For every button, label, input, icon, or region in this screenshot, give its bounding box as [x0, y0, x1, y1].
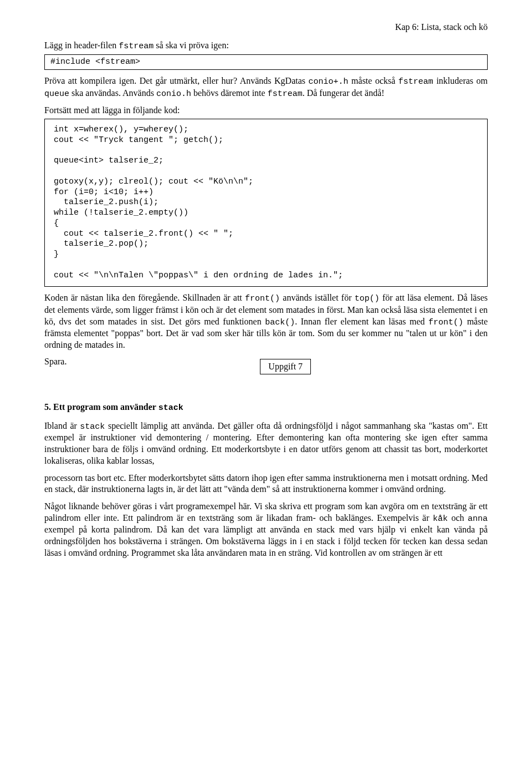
- p4-t4: . Innan fler element kan läsas med: [295, 317, 428, 326]
- para-palindrome: Något liknande behöver göras i vårt prog…: [44, 501, 488, 559]
- code-box-queue: int x=wherex(), y=wherey(); cout << "Try…: [44, 119, 488, 287]
- p4-c2: top(): [355, 294, 380, 303]
- code-box-include: #include <fstream>: [44, 54, 488, 70]
- chapter-header: Kap 6: Lista, stack och kö: [44, 22, 488, 32]
- p2-t4: ska användas. Används: [69, 88, 156, 98]
- p4-c3: back(): [265, 318, 295, 327]
- p4-t2: används istället för: [280, 293, 355, 302]
- p7-t1: Något liknande behöver göras i vårt prog…: [44, 501, 488, 523]
- para-continue: Fortsätt med att lägga in följande kod:: [44, 105, 488, 116]
- p4-c1: front(): [245, 294, 280, 303]
- p4-c4: front(): [428, 318, 463, 327]
- para-explanation: Koden är nästan lika den föregående. Ski…: [44, 292, 488, 351]
- p2-t1: Pröva att kompilera igen. Det går utmärk…: [44, 76, 309, 85]
- p2-t6: . Då fungerar det ändå!: [303, 88, 385, 98]
- p4-t1: Koden är nästan lika den föregående. Ski…: [44, 293, 245, 302]
- p7-t3: exempel på korta palindrom. Då kan det v…: [44, 525, 488, 557]
- p2-c2: fstream: [398, 77, 433, 87]
- p2-c1: conio+.h: [309, 77, 349, 87]
- intro-text-1: Lägg in header-filen: [44, 40, 119, 50]
- para-processor: processorn tas bort etc. Efter moderkort…: [44, 473, 488, 496]
- p2-c3: queue: [44, 89, 69, 99]
- section-5-heading: 5. Ett program som använder stack: [44, 402, 488, 413]
- intro-code-fstream: fstream: [119, 42, 154, 51]
- p2-t3: inkluderas om: [433, 76, 488, 85]
- p2-c4: conio.h: [156, 89, 191, 99]
- task-box: Uppgift 7: [260, 359, 311, 374]
- p2-t2: måste också: [349, 76, 398, 85]
- section-5-num: 5. Ett program som använder: [44, 402, 158, 412]
- para-compile: Pröva att kompilera igen. Det går utmärk…: [44, 75, 488, 99]
- p2-t5: behövs däremot inte: [191, 88, 268, 98]
- spara-label: Spara.: [44, 357, 66, 367]
- p5-t1: Ibland är: [44, 421, 80, 430]
- p5-t2: speciellt lämplig att använda. Det gälle…: [44, 421, 488, 465]
- section-5-code: stack: [158, 403, 183, 413]
- intro-text-2: så ska vi pröva igen:: [154, 40, 229, 50]
- para-stack-intro: Ibland är stack speciellt lämplig att an…: [44, 420, 488, 467]
- p7-t2: och: [448, 513, 468, 523]
- intro-line: Lägg in header-filen fstream så ska vi p…: [44, 40, 488, 52]
- p7-c2: anna: [468, 514, 488, 524]
- p2-c5: fstream: [268, 89, 303, 99]
- p7-c1: kåk: [433, 514, 448, 524]
- p5-c1: stack: [80, 422, 105, 432]
